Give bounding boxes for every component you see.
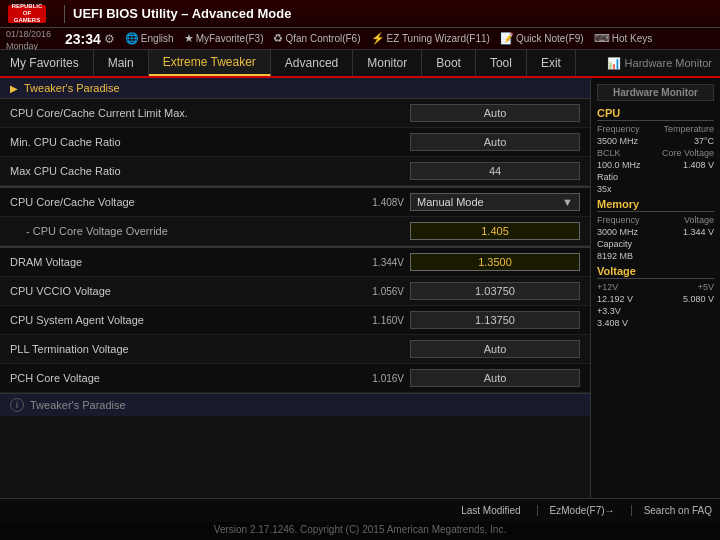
hw-monitor-nav-label: 📊 Hardware Monitor bbox=[599, 50, 720, 76]
hw-volt-12-5-values: 12.192 V 5.080 V bbox=[597, 294, 714, 304]
shortcut-qfan[interactable]: ♻ Qfan Control(F6) bbox=[273, 32, 360, 45]
setting-input-2[interactable] bbox=[410, 162, 580, 180]
setting-select-3[interactable]: Manual Mode ▼ bbox=[410, 193, 580, 211]
setting-label-9: PCH Core Voltage bbox=[10, 372, 344, 384]
shortcut-hotkeys-label: Hot Keys bbox=[612, 33, 653, 44]
hardware-monitor-panel: Hardware Monitor CPU Frequency Temperatu… bbox=[590, 78, 720, 498]
shortcut-qfan-label: Qfan Control(F6) bbox=[285, 33, 360, 44]
nav-item-tool[interactable]: Tool bbox=[476, 50, 527, 76]
setting-input-8[interactable] bbox=[410, 340, 580, 358]
note-icon: 📝 bbox=[500, 32, 514, 45]
search-faq-btn[interactable]: Search on FAQ bbox=[631, 505, 712, 516]
setting-row-cpu-current-limit: CPU Core/Cache Current Limit Max. bbox=[0, 99, 590, 128]
setting-input-6[interactable] bbox=[410, 282, 580, 300]
hw-cpu-bclk-corevolt-labels: BCLK Core Voltage bbox=[597, 148, 714, 158]
last-modified-btn[interactable]: Last Modified bbox=[461, 505, 520, 516]
hw-5v-label: +5V bbox=[698, 282, 714, 292]
hw-mem-freq-volt-values: 3000 MHz 1.344 V bbox=[597, 227, 714, 237]
setting-row-max-cpu-cache: Max CPU Cache Ratio bbox=[0, 157, 590, 186]
nav-item-monitor[interactable]: Monitor bbox=[353, 50, 422, 76]
setting-label-6: CPU VCCIO Voltage bbox=[10, 285, 344, 297]
hw-cpu-temp-label: Temperature bbox=[663, 124, 714, 134]
nav-item-extreme-tweaker[interactable]: Extreme Tweaker bbox=[149, 50, 271, 76]
breadcrumb-label: Tweaker's Paradise bbox=[24, 82, 120, 94]
date-label: 01/18/2016Monday bbox=[6, 29, 51, 51]
nav-extreme-label: Extreme Tweaker bbox=[163, 55, 256, 69]
shortcut-english[interactable]: 🌐 English bbox=[125, 32, 174, 45]
hw-cpu-freq-temp-values: 3500 MHz 37°C bbox=[597, 136, 714, 146]
select-arrow-3: ▼ bbox=[562, 196, 573, 208]
setting-row-pll-termination: PLL Termination Voltage bbox=[0, 335, 590, 364]
version-text: Version 2.17.1246. Copyright (C) 2015 Am… bbox=[214, 524, 506, 535]
hw-33v-value: 3.408 V bbox=[597, 318, 714, 328]
setting-row-cpu-sys-agent: CPU System Agent Voltage 1.160V bbox=[0, 306, 590, 335]
nav-advanced-label: Advanced bbox=[285, 56, 338, 70]
hw-monitor-title: Hardware Monitor bbox=[597, 84, 714, 101]
hw-ratio-label: Ratio bbox=[597, 172, 714, 182]
hw-mem-freq-label: Frequency bbox=[597, 215, 640, 225]
hw-corevolt-label: Core Voltage bbox=[662, 148, 714, 158]
main-container: REPUBLICOFGAMERS UEFI BIOS Utility – Adv… bbox=[0, 0, 720, 540]
nav-item-advanced[interactable]: Advanced bbox=[271, 50, 353, 76]
footer-section: i Tweaker's Paradise bbox=[0, 393, 590, 416]
shortcut-quicknote[interactable]: 📝 Quick Note(F9) bbox=[500, 32, 584, 45]
info-icon-label: i bbox=[16, 400, 18, 410]
setting-row-min-cpu-cache: Min. CPU Cache Ratio bbox=[0, 128, 590, 157]
info-icon: i bbox=[10, 398, 24, 412]
hw-cpu-freq-temp-labels: Frequency Temperature bbox=[597, 124, 714, 134]
favorite-icon: ★ bbox=[184, 32, 194, 45]
nav-item-main[interactable]: Main bbox=[94, 50, 149, 76]
nav-item-exit[interactable]: Exit bbox=[527, 50, 576, 76]
hw-bclk-label: BCLK bbox=[597, 148, 621, 158]
time-display: 23:34 ⚙ bbox=[65, 31, 115, 47]
hw-mem-freq-volt-labels: Frequency Voltage bbox=[597, 215, 714, 225]
setting-label-5: DRAM Voltage bbox=[10, 256, 344, 268]
setting-input-7[interactable] bbox=[410, 311, 580, 329]
hw-corevolt-value: 1.408 V bbox=[683, 160, 714, 170]
content-area: ▶ Tweaker's Paradise CPU Core/Cache Curr… bbox=[0, 78, 720, 498]
hw-section-voltage: Voltage bbox=[597, 265, 714, 279]
shortcuts-bar: 01/18/2016Monday 23:34 ⚙ 🌐 English ★ MyF… bbox=[0, 28, 720, 50]
hw-cpu-temp-value: 37°C bbox=[694, 136, 714, 146]
setting-input-5[interactable] bbox=[410, 253, 580, 271]
language-icon: 🌐 bbox=[125, 32, 139, 45]
nav-bar: My Favorites Main Extreme Tweaker Advanc… bbox=[0, 50, 720, 78]
setting-label-1: Min. CPU Cache Ratio bbox=[10, 136, 410, 148]
nav-exit-label: Exit bbox=[541, 56, 561, 70]
shortcut-myfavorite[interactable]: ★ MyFavorite(F3) bbox=[184, 32, 264, 45]
ez-mode-btn[interactable]: EzMode(F7)→ bbox=[537, 505, 615, 516]
time-value: 23:34 bbox=[65, 31, 101, 47]
shortcut-hotkeys[interactable]: ⌨ Hot Keys bbox=[594, 32, 653, 45]
setting-label-3: CPU Core/Cache Voltage bbox=[10, 196, 344, 208]
select-value-3: Manual Mode bbox=[417, 196, 484, 208]
setting-row-cpu-voltage-override: - CPU Core Voltage Override bbox=[0, 217, 590, 246]
hw-capacity-label: Capacity bbox=[597, 239, 714, 249]
setting-vol-7: 1.160V bbox=[344, 315, 404, 326]
nav-main-label: Main bbox=[108, 56, 134, 70]
shortcut-eztuning-label: EZ Tuning Wizard(F11) bbox=[387, 33, 490, 44]
setting-label-7: CPU System Agent Voltage bbox=[10, 314, 344, 326]
hw-33v-label: +3.3V bbox=[597, 306, 714, 316]
setting-row-cpu-voltage: CPU Core/Cache Voltage 1.408V Manual Mod… bbox=[0, 186, 590, 217]
header-bar: REPUBLICOFGAMERS UEFI BIOS Utility – Adv… bbox=[0, 0, 720, 28]
gear-icon: ⚙ bbox=[104, 32, 115, 46]
footer-section-label: Tweaker's Paradise bbox=[30, 399, 126, 411]
setting-input-9[interactable] bbox=[410, 369, 580, 387]
bottom-bar: Last Modified EzMode(F7)→ Search on FAQ bbox=[0, 498, 720, 522]
nav-boot-label: Boot bbox=[436, 56, 461, 70]
nav-item-boot[interactable]: Boot bbox=[422, 50, 476, 76]
setting-input-1[interactable] bbox=[410, 133, 580, 151]
setting-vol-6: 1.056V bbox=[344, 286, 404, 297]
shortcut-eztuning[interactable]: ⚡ EZ Tuning Wizard(F11) bbox=[371, 32, 490, 45]
nav-item-favorites[interactable]: My Favorites bbox=[0, 50, 94, 76]
setting-input-4[interactable] bbox=[410, 222, 580, 240]
settings-table: CPU Core/Cache Current Limit Max. Min. C… bbox=[0, 99, 590, 393]
hw-cpu-freq-label: Frequency bbox=[597, 124, 640, 134]
hw-volt-12-5-labels: +12V +5V bbox=[597, 282, 714, 292]
hw-capacity-value: 8192 MB bbox=[597, 251, 714, 261]
breadcrumb: ▶ Tweaker's Paradise bbox=[0, 78, 590, 99]
setting-input-0[interactable] bbox=[410, 104, 580, 122]
hw-section-memory: Memory bbox=[597, 198, 714, 212]
header-title: UEFI BIOS Utility – Advanced Mode bbox=[73, 6, 291, 21]
hw-bclk-value: 100.0 MHz bbox=[597, 160, 641, 170]
